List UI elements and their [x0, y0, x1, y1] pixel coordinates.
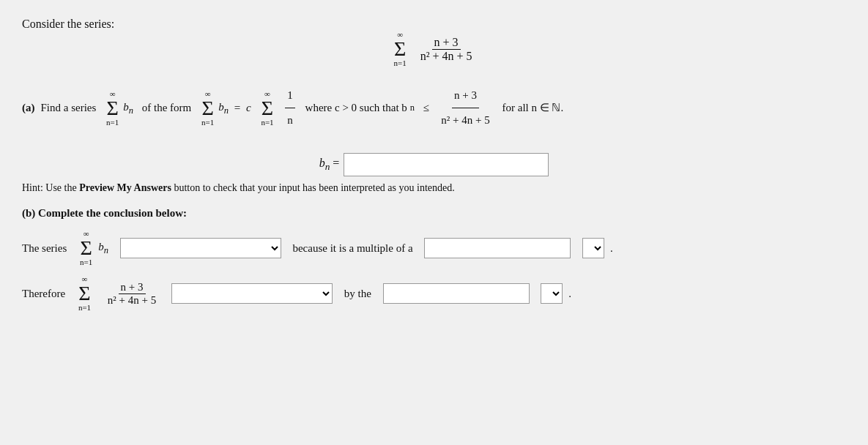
- part-a-section: (a) Find a series ∞ Σ n=1 bn of the form…: [22, 83, 846, 132]
- conclusion-row-2: Therefore ∞ Σ n=1 n + 3 n² + 4n + 5 conv…: [22, 275, 846, 312]
- by-the-text: by the: [344, 288, 371, 300]
- part-a-intro: Find a series: [41, 96, 97, 120]
- part-a-bn1: bn: [123, 95, 133, 121]
- the-series-text: The series: [22, 242, 67, 255]
- conclusion-input-2[interactable]: [383, 283, 530, 304]
- part-a-frac-numer: 1: [285, 83, 295, 108]
- part-a-sigma3: ∞ Σ n=1: [261, 90, 273, 127]
- conclusion-input-1[interactable]: [424, 238, 571, 258]
- top-sigma-sub: n=1: [393, 59, 406, 67]
- top-series-display: ∞ Σ n=1 n + 3 n² + 4n + 5: [22, 31, 846, 67]
- conclusion-frac-numer: n + 3: [119, 281, 146, 294]
- because-text: because it is a multiple of a: [292, 242, 412, 255]
- part-a-cond-frac: n + 3 n² + 4n + 5: [439, 83, 492, 132]
- top-sigma-symbol: Σ: [394, 39, 406, 59]
- conclusion-bn: bn: [98, 241, 108, 256]
- part-a-bn2: bn: [218, 95, 229, 121]
- part-a-of-the-form: of the form: [142, 96, 191, 120]
- top-fraction: n + 3 n² + 4n + 5: [418, 36, 475, 63]
- dot-1: .: [610, 242, 613, 255]
- conclusion-frac-denom: n² + 4n + 5: [105, 294, 158, 307]
- top-fraction-numer: n + 3: [432, 36, 461, 50]
- part-a-frac: 1 n: [285, 83, 295, 132]
- title-text: Consider the series:: [22, 18, 114, 30]
- therefore-text: Therefore: [22, 288, 65, 300]
- part-a-cond-denom: n² + 4n + 5: [439, 108, 492, 132]
- part-b-label: (b) Complete the conclusion below:: [22, 207, 846, 220]
- where-text: where c > 0 such that b: [305, 96, 407, 120]
- part-a-sigma1: ∞ Σ n=1: [106, 90, 119, 127]
- part-a-label: (a): [22, 96, 35, 120]
- page-title: Consider the series:: [22, 18, 846, 31]
- part-a-sigma2: ∞ Σ n=1: [201, 90, 214, 127]
- bn-label: bn =: [319, 157, 340, 173]
- conclusion-dropdown-2[interactable]: convergent divergent: [582, 238, 604, 258]
- conclusion-dropdown-1[interactable]: converges diverges: [120, 238, 281, 258]
- conclusion-dropdown-3[interactable]: converges diverges: [171, 283, 333, 304]
- conclusion-dropdown-4[interactable]: [541, 283, 563, 304]
- for-all-text: for all n ∈ ℕ.: [502, 96, 564, 120]
- dot-2: .: [568, 288, 571, 300]
- conclusion-sigma2: ∞ Σ n=1: [78, 275, 91, 312]
- top-fraction-denom: n² + 4n + 5: [418, 50, 475, 63]
- conclusion-sigma1: ∞ Σ n=1: [80, 230, 92, 266]
- conclusion-frac: n + 3 n² + 4n + 5: [105, 281, 158, 307]
- top-sum-notation: ∞ Σ n=1 n + 3 n² + 4n + 5: [392, 42, 475, 54]
- part-a-cond-numer: n + 3: [452, 83, 479, 108]
- part-a-frac-denom: n: [285, 108, 295, 132]
- bn-input-row: bn =: [22, 153, 846, 176]
- hint-text: Hint: Use the Preview My Answers button …: [22, 182, 846, 194]
- bn-input-field[interactable]: [344, 153, 549, 176]
- conclusion-row-1: The series ∞ Σ n=1 bn converges diverges…: [22, 230, 846, 266]
- top-sigma: ∞ Σ n=1: [393, 31, 406, 67]
